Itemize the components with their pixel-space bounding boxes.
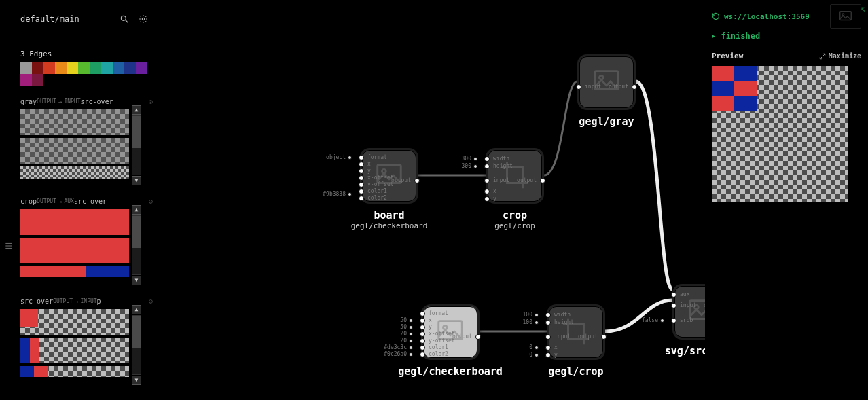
gear-icon[interactable] bbox=[137, 13, 149, 25]
edge-thumbnail[interactable] bbox=[20, 166, 129, 179]
port-in-input[interactable] bbox=[671, 303, 676, 308]
node-body[interactable]: format50x50y20x-offset20y-offset#de3c3cc… bbox=[421, 304, 480, 360]
port-in-x[interactable] bbox=[420, 318, 425, 323]
param-input: input bbox=[493, 177, 509, 183]
preview-image[interactable] bbox=[712, 66, 848, 202]
node-crop2[interactable]: 100width100heightinput0x0youtputgegl/cro… bbox=[547, 304, 644, 378]
right-panel: ws://localhost:3569 ⇱ ▶ finished Preview… bbox=[705, 0, 868, 400]
edge-thumbnail[interactable] bbox=[20, 238, 129, 263]
edge-group-label[interactable]: gray OUTPUT→INPUT src-over⊘ bbox=[20, 98, 153, 105]
palette-swatch[interactable] bbox=[78, 62, 90, 74]
palette-swatch[interactable] bbox=[32, 74, 43, 86]
palette-swatch[interactable] bbox=[55, 62, 67, 74]
param-color1: color1 bbox=[429, 344, 448, 350]
edge-thumbnail[interactable] bbox=[20, 266, 129, 277]
edge-thumbnail[interactable] bbox=[20, 366, 129, 377]
node-checkerboard2[interactable]: format50x50y20x-offset20y-offset#de3c3cc… bbox=[421, 304, 518, 378]
palette-swatch[interactable] bbox=[136, 62, 147, 74]
node-body[interactable]: objectformatxyx-offsety-offset#9b3838col… bbox=[360, 148, 418, 204]
palette-swatch[interactable] bbox=[67, 62, 78, 74]
edge-group-scrollbar[interactable]: ▲▼ bbox=[132, 205, 141, 285]
palette-swatch[interactable] bbox=[32, 62, 43, 74]
connection-row: ws://localhost:3569 ⇱ bbox=[712, 4, 861, 29]
search-icon[interactable] bbox=[118, 13, 130, 25]
port-out-output[interactable] bbox=[632, 84, 637, 90]
node-srcover[interactable]: auxinputfalsesrgboutputsvg/src-over bbox=[672, 284, 705, 357]
port-in-width[interactable] bbox=[484, 156, 490, 162]
edge-group-scrollbar[interactable]: ▲▼ bbox=[132, 305, 141, 385]
palette-swatch[interactable] bbox=[90, 62, 101, 74]
edge-thumbnail[interactable] bbox=[20, 309, 129, 335]
port-in-x-offset[interactable] bbox=[420, 331, 425, 337]
port-in-x[interactable] bbox=[359, 162, 364, 167]
palette-swatch[interactable] bbox=[113, 62, 124, 74]
port-in-y[interactable] bbox=[359, 168, 364, 174]
image-icon bbox=[591, 66, 622, 99]
port-in-color2[interactable] bbox=[420, 352, 425, 357]
ban-icon[interactable]: ⊘ bbox=[149, 198, 153, 205]
node-body[interactable]: auxinputfalsesrgboutput bbox=[672, 284, 705, 340]
port-in-aux[interactable] bbox=[671, 292, 676, 297]
port-in-y-offset[interactable] bbox=[359, 182, 364, 187]
port-in-height[interactable] bbox=[545, 320, 551, 325]
port-in-color1[interactable] bbox=[359, 189, 364, 194]
port-in-height[interactable] bbox=[484, 164, 490, 169]
edge-thumbnail[interactable] bbox=[20, 109, 129, 135]
node-gray[interactable]: inputoutputgegl/gray bbox=[577, 54, 674, 128]
palette-swatch[interactable] bbox=[43, 62, 55, 74]
port-in-color2[interactable] bbox=[359, 196, 364, 201]
palette-swatch[interactable] bbox=[20, 74, 32, 86]
param-color2: color2 bbox=[429, 351, 448, 357]
port-in-input[interactable] bbox=[576, 84, 581, 90]
edge-group-label[interactable]: crop OUTPUT→AUX src-over⊘ bbox=[20, 198, 153, 205]
port-label: output bbox=[578, 333, 598, 340]
edge-thumbnail[interactable] bbox=[20, 338, 129, 363]
palette-swatch[interactable] bbox=[101, 62, 113, 74]
color-palette[interactable] bbox=[20, 62, 153, 86]
pin-icon[interactable]: ⇱ bbox=[861, 4, 865, 14]
edge-group-scrollbar[interactable]: ▲▼ bbox=[132, 105, 141, 185]
port-in-input[interactable] bbox=[484, 178, 490, 183]
port-in-x-offset[interactable] bbox=[359, 175, 364, 181]
connection-url: ws://localhost:3569 bbox=[724, 12, 826, 21]
play-icon[interactable]: ▶ bbox=[712, 33, 715, 39]
graph-canvas[interactable]: objectformatxyx-offsety-offset#9b3838col… bbox=[156, 0, 705, 400]
runtime-thumbnail[interactable] bbox=[830, 4, 861, 29]
port-out-output[interactable] bbox=[601, 334, 607, 340]
port-out-output[interactable] bbox=[475, 334, 481, 340]
port-in-y[interactable] bbox=[484, 196, 490, 202]
refresh-icon[interactable] bbox=[712, 12, 720, 20]
edge-group-label[interactable]: src-over OUTPUT→INPUT p⊘ bbox=[20, 297, 153, 305]
preview-header: Preview Maximize bbox=[712, 52, 861, 60]
port-in-width[interactable] bbox=[545, 312, 551, 318]
svg-line-18 bbox=[820, 56, 822, 58]
param-x: x bbox=[429, 317, 432, 323]
port-in-y[interactable] bbox=[420, 325, 425, 330]
node-body[interactable]: 300width300heightinputxyoutput bbox=[486, 148, 544, 204]
rail-toggle-icon[interactable] bbox=[4, 241, 14, 253]
port-out-output[interactable] bbox=[414, 178, 420, 183]
port-in-x[interactable] bbox=[484, 189, 490, 194]
palette-swatch[interactable] bbox=[20, 62, 32, 74]
param-50: 50 bbox=[400, 324, 415, 330]
node-board[interactable]: objectformatxyx-offsety-offset#9b3838col… bbox=[360, 148, 457, 230]
port-in-color1[interactable] bbox=[420, 345, 425, 350]
node-body[interactable]: inputoutput bbox=[577, 54, 636, 110]
port-out-output[interactable] bbox=[540, 178, 545, 183]
edge-thumbnail[interactable] bbox=[20, 138, 129, 164]
maximize-button[interactable]: Maximize bbox=[819, 52, 861, 60]
palette-swatch[interactable] bbox=[124, 62, 136, 74]
port-in-x[interactable] bbox=[545, 345, 551, 350]
port-in-input[interactable] bbox=[545, 334, 551, 340]
node-crop[interactable]: 300width300heightinputxyoutputcropgegl/c… bbox=[486, 148, 583, 230]
port-in-format[interactable] bbox=[420, 311, 425, 316]
edge-thumbnail[interactable] bbox=[20, 209, 129, 235]
node-body[interactable]: 100width100heightinput0x0youtput bbox=[547, 304, 605, 360]
preview-label: Preview bbox=[712, 52, 743, 60]
ban-icon[interactable]: ⊘ bbox=[149, 98, 153, 105]
port-in-srgb[interactable] bbox=[671, 318, 676, 323]
port-in-format[interactable] bbox=[359, 155, 364, 160]
port-in-y-offset[interactable] bbox=[420, 338, 425, 344]
ban-icon[interactable]: ⊘ bbox=[149, 297, 153, 305]
port-in-y[interactable] bbox=[545, 352, 551, 358]
